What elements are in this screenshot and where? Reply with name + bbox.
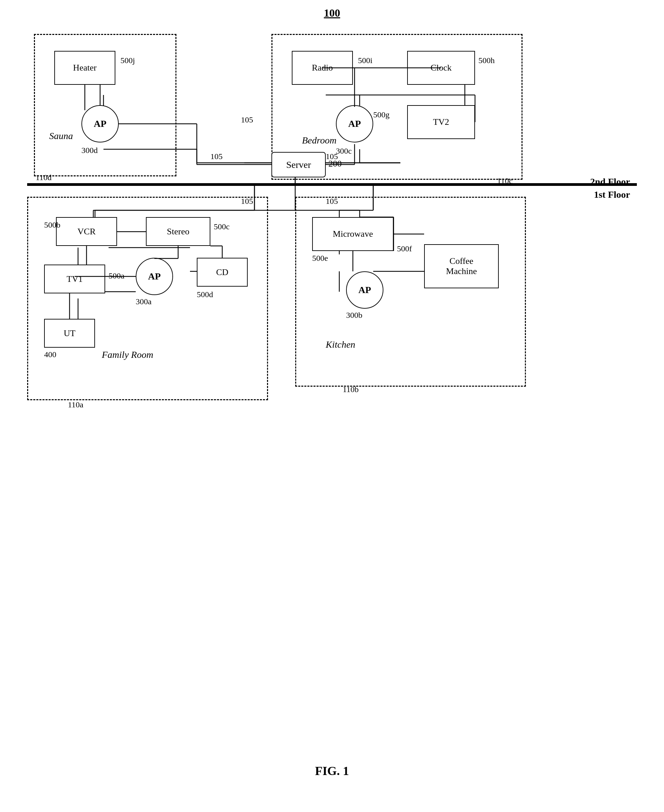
cd-device: CD	[197, 258, 248, 287]
kitchen-id: 110b	[343, 385, 359, 394]
ap-300b: AP	[346, 271, 383, 309]
coffee-machine-id: 500f	[397, 244, 412, 253]
stereo-device: Stereo	[146, 217, 210, 246]
tv2-device: TV2	[407, 105, 475, 139]
diagram: 100	[0, 0, 664, 812]
coffee-machine-device: CoffeeMachine	[424, 244, 499, 288]
heater-id: 500j	[120, 56, 135, 65]
figure-number: 100	[324, 7, 340, 19]
radio-id: 500i	[358, 56, 373, 65]
ap-300d: AP	[81, 105, 119, 143]
bedroom-label: Bedroom	[302, 135, 337, 146]
microwave-id: 500e	[312, 254, 328, 263]
microwave-device: Microwave	[312, 217, 394, 251]
figure-label: FIG. 1	[315, 764, 349, 778]
stereo-id: 500c	[214, 222, 230, 231]
conn-label-3: 105	[326, 152, 338, 161]
ap-300c-id: 300c	[336, 146, 352, 156]
floor-divider	[27, 183, 637, 186]
floor-1st-label: 1st Floor	[594, 189, 630, 200]
sauna-id: 110d	[36, 173, 52, 182]
family-room-label: Family Room	[102, 349, 153, 360]
sauna-label: Sauna	[49, 131, 73, 141]
vcr-device: VCR	[56, 217, 117, 246]
heater-device: Heater	[54, 51, 116, 85]
ap-300a-id: 300a	[136, 297, 152, 306]
tv1-id: 500a	[109, 271, 125, 281]
conn-label-1: 105	[210, 152, 223, 161]
tv2-id: 500g	[373, 110, 389, 119]
server-device: Server	[272, 152, 326, 177]
ut-device: UT	[44, 319, 95, 348]
ap-300d-id: 300d	[81, 146, 98, 155]
ap-300a: AP	[136, 258, 173, 295]
ut-id: 400	[44, 350, 56, 359]
floor-2nd-label: 2nd Floor	[591, 176, 630, 187]
tv1-device: TV1	[44, 265, 105, 293]
ap-300c: AP	[336, 105, 373, 143]
ap-300b-id: 300b	[346, 311, 362, 320]
kitchen-label: Kitchen	[326, 339, 355, 350]
radio-device: Radio	[292, 51, 353, 85]
clock-id: 500h	[478, 56, 495, 65]
cd-id: 500d	[197, 290, 213, 299]
clock-device: Clock	[407, 51, 475, 85]
family-room-id: 110a	[68, 400, 83, 409]
vcr-id: 500b	[44, 221, 60, 230]
conn-label-2: 105	[241, 115, 253, 125]
